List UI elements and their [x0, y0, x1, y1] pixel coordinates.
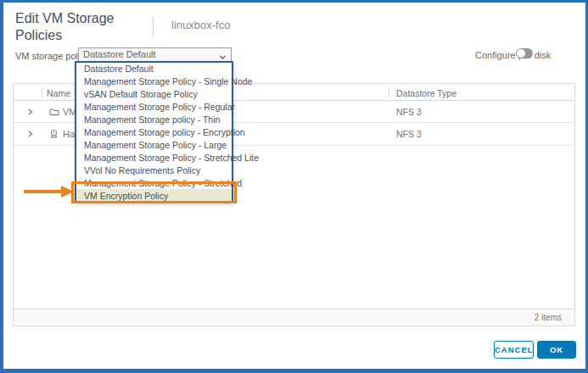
selected-policy-value: Datastore Default: [83, 49, 156, 59]
column-divider: [42, 87, 42, 97]
vm-name-subtitle: linuxbox-fco: [171, 19, 230, 31]
cancel-button[interactable]: CANCEL: [494, 341, 534, 359]
column-header-datastore-type: Datastore Type: [396, 88, 456, 98]
page-title: Edit VM Storage Policies: [15, 10, 139, 44]
title-divider: [153, 17, 154, 36]
row-datastore-type: NFS 3: [396, 129, 422, 139]
dropdown-option[interactable]: Datastore Default: [76, 63, 232, 75]
edit-vm-storage-policies-dialog: Edit VM Storage Policies linuxbox-fco VM…: [3, 3, 585, 369]
vm-storage-policy-select[interactable]: Datastore Default: [78, 47, 232, 62]
expand-row-icon[interactable]: [27, 108, 33, 115]
items-count: 2 items: [535, 313, 562, 322]
toggle-knob: [517, 49, 525, 58]
dropdown-option[interactable]: Management Storage Policy - Large: [76, 138, 232, 151]
column-divider: [389, 87, 389, 97]
configure-per-disk-toggle[interactable]: [516, 48, 533, 58]
dialog-frame: Edit VM Storage Policies linuxbox-fco VM…: [0, 0, 588, 373]
storage-policy-dropdown-list: Datastore Default Management Storage Pol…: [75, 61, 233, 203]
expand-row-icon[interactable]: [27, 131, 33, 138]
configure-per-disk-label: Configure per disk: [475, 50, 551, 60]
dropdown-option[interactable]: Management Storage Policy - Stretched: [76, 176, 232, 189]
dropdown-option[interactable]: vSAN Default Storage Policy: [76, 88, 232, 101]
dropdown-option[interactable]: Management Storage Policy - Single Node: [76, 75, 232, 88]
dropdown-option[interactable]: Management Storage Policy - Stretched Li…: [76, 151, 232, 164]
table-footer: 2 items: [14, 309, 574, 326]
ok-button[interactable]: OK: [537, 341, 576, 359]
dropdown-option-vm-encryption-policy[interactable]: VM Encryption Policy: [76, 189, 232, 202]
hard-disk-icon: [49, 130, 59, 139]
dropdown-option[interactable]: Management Storage Policy - Regular: [76, 101, 232, 114]
column-header-name: Name: [47, 88, 70, 98]
row-datastore-type: NFS 3: [396, 107, 422, 117]
dropdown-option[interactable]: Management Storage policy - Thin: [76, 114, 232, 126]
dropdown-option[interactable]: VVol No Requirements Policy: [76, 164, 232, 176]
dropdown-option[interactable]: Management Storage policy - Encryption: [76, 126, 232, 139]
folder-icon: [49, 108, 59, 116]
